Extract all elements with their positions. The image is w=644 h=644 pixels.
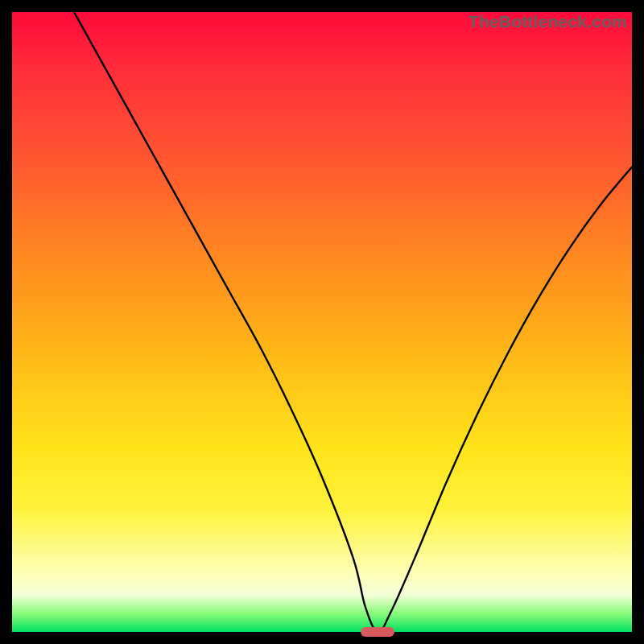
minimum-marker <box>361 627 394 637</box>
bottleneck-curve <box>12 12 632 632</box>
plot-area: TheBottleneck.com <box>12 12 632 632</box>
watermark-text: TheBottleneck.com <box>469 12 627 31</box>
chart-stage: TheBottleneck.com <box>0 0 644 644</box>
